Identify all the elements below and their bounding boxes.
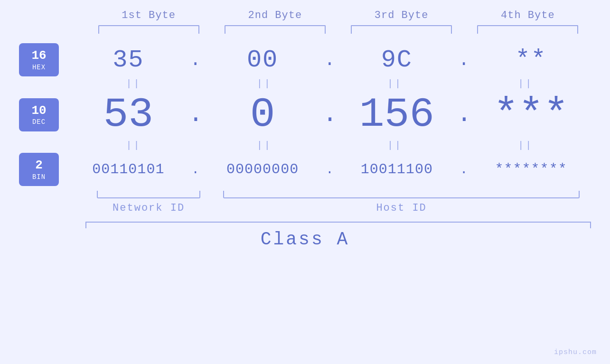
host-id-label: Host ID — [376, 202, 426, 214]
hex-badge-number: 16 — [31, 48, 46, 63]
bin-val-2: 00000000 — [203, 161, 323, 177]
hex-dot-2: . — [323, 50, 337, 70]
dec-dot-3: . — [457, 101, 471, 129]
hex-dot-1: . — [188, 50, 203, 70]
bracket-top-4 — [477, 25, 578, 34]
hex-values-row: 35 . 00 . 9C . ** — [68, 46, 591, 74]
dec-val-1: 53 — [68, 91, 188, 138]
eq1-4: || — [460, 78, 591, 89]
bin-row: 2 BIN 00110101 . 00000000 . 10011100 . *… — [19, 153, 591, 186]
hex-val-4: ** — [471, 46, 591, 74]
bracket-left-tick — [85, 222, 86, 228]
hex-val-2: 00 — [203, 46, 323, 74]
class-a-label: Class A — [261, 229, 350, 250]
bin-val-1: 00110101 — [68, 161, 188, 177]
dec-badge: 10 DEC — [19, 98, 59, 131]
eq2-3: || — [330, 140, 460, 151]
byte1-header: 1st Byte — [85, 9, 212, 21]
dec-dot-1: . — [188, 101, 203, 129]
host-id-bracket: Host ID — [212, 191, 591, 214]
bracket-cell-3 — [338, 25, 465, 34]
main-container: 1st Byte 2nd Byte 3rd Byte 4th Byte 16 H… — [0, 0, 610, 364]
bracket-right-tick — [590, 222, 591, 228]
dec-val-4: *** — [471, 91, 591, 138]
top-brackets — [19, 25, 591, 34]
byte4-header: 4th Byte — [465, 9, 591, 21]
byte2-header: 2nd Byte — [212, 9, 338, 21]
eq1-1: || — [68, 78, 199, 89]
bin-values-row: 00110101 . 00000000 . 10011100 . *******… — [68, 161, 591, 177]
dec-row: 10 DEC 53 . 0 . 156 . *** — [19, 91, 591, 138]
hex-val-3: 9C — [337, 46, 457, 74]
dec-badge-number: 10 — [31, 103, 46, 118]
byte-headers: 1st Byte 2nd Byte 3rd Byte 4th Byte — [19, 9, 591, 21]
bin-dot-1: . — [188, 162, 203, 177]
eq1-3: || — [330, 78, 460, 89]
dec-val-3: 156 — [337, 91, 457, 138]
bracket-top-1 — [98, 25, 199, 34]
host-bracket-line — [223, 191, 580, 198]
dec-badge-label: DEC — [32, 118, 46, 126]
hex-row: 16 HEX 35 . 00 . 9C . ** — [19, 43, 591, 76]
bin-val-4: ******** — [471, 161, 591, 177]
network-id-bracket: Network ID — [85, 191, 212, 214]
equals-row-1: || || || || — [19, 78, 591, 89]
eq2-1: || — [68, 140, 199, 151]
bottom-id-section: Network ID Host ID — [19, 191, 591, 214]
class-label-row: Class A — [19, 229, 591, 250]
equals-row-2: || || || || — [19, 140, 591, 151]
hex-badge-label: HEX — [32, 64, 46, 71]
eq2-2: || — [199, 140, 329, 151]
network-bracket-line — [97, 191, 200, 198]
dec-dot-2: . — [323, 101, 337, 129]
full-bottom-bracket — [85, 222, 591, 223]
bin-badge-number: 2 — [35, 158, 43, 173]
bin-dot-3: . — [457, 162, 471, 177]
eq1-2: || — [199, 78, 329, 89]
eq2-4: || — [460, 140, 591, 151]
hex-badge: 16 HEX — [19, 43, 59, 76]
network-id-label: Network ID — [113, 202, 185, 214]
hex-val-1: 35 — [68, 46, 188, 74]
dec-val-2: 0 — [203, 91, 323, 138]
byte3-header: 3rd Byte — [338, 9, 465, 21]
bin-badge: 2 BIN — [19, 153, 59, 186]
bin-badge-label: BIN — [32, 173, 46, 181]
bracket-cell-2 — [212, 25, 338, 34]
bracket-cell-4 — [465, 25, 591, 34]
dec-values-row: 53 . 0 . 156 . *** — [68, 91, 591, 138]
watermark: ipshu.com — [554, 348, 597, 356]
bin-val-3: 10011100 — [337, 161, 457, 177]
bin-dot-2: . — [323, 162, 337, 177]
bracket-cell-1 — [85, 25, 212, 34]
hex-dot-3: . — [457, 50, 471, 70]
bracket-top-2 — [225, 25, 326, 34]
bracket-top-3 — [351, 25, 452, 34]
full-bracket-bar — [85, 222, 591, 223]
